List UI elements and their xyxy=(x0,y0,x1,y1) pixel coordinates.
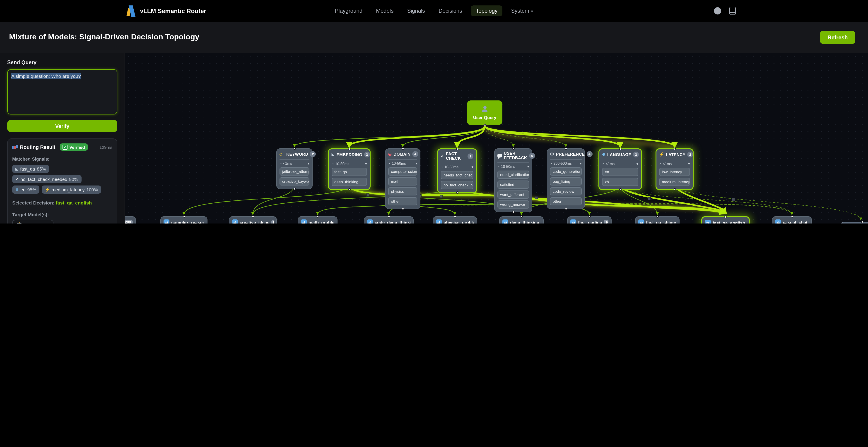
decision-name: deep_thinking xyxy=(510,220,539,224)
signal-group-language[interactable]: LANGUAGE2<1msenzh xyxy=(598,148,642,190)
signal-name: en xyxy=(21,187,25,192)
signal-item[interactable]: other xyxy=(550,197,582,205)
routing-latency: 129ms xyxy=(99,144,112,149)
priority-badge: P160 xyxy=(271,220,274,224)
matched-signal-badge: en95% xyxy=(12,185,40,194)
signal-name: medium_latency xyxy=(52,187,85,192)
latency-value: <1ms xyxy=(663,162,672,166)
app: vLLM Semantic Router PlaygroundModelsSig… xyxy=(0,0,868,224)
chevron-down-icon xyxy=(415,162,417,166)
verify-button[interactable]: Verify xyxy=(7,120,117,132)
priority-badge: P200 xyxy=(125,220,133,224)
signal-item[interactable]: medium_latency xyxy=(659,178,690,186)
decision-physics_problems[interactable]: physics_problemsP145AND1 rulesdomain: ph… xyxy=(433,216,477,224)
signal-count-badge: 4 xyxy=(586,151,592,157)
matched-signals-label: Matched Signals: xyxy=(12,157,112,162)
nav-item-system[interactable]: System xyxy=(506,5,538,16)
signal-item[interactable]: code_review xyxy=(550,187,582,196)
signal-item[interactable]: low_latency xyxy=(659,168,690,176)
decision-fast_qa_chinese[interactable]: fast_qa_chineseP130AND2 rulesembedding: … xyxy=(635,216,680,224)
resize-handle-icon[interactable] xyxy=(111,108,115,112)
page-title: Mixture of Models: Signal-Driven Decisio… xyxy=(9,33,199,42)
signal-item[interactable]: needs_fact_check xyxy=(441,171,473,179)
chevron-down-icon xyxy=(365,162,367,166)
divider xyxy=(497,163,529,163)
signal-item[interactable]: physics xyxy=(388,187,417,196)
decision-casual_chat[interactable]: casual_chatP100OR6 rulesdomain: mathdoma… xyxy=(772,216,812,224)
signal-latency-row[interactable]: 10-50ms xyxy=(497,165,529,169)
signal-item[interactable]: wrong_answer xyxy=(497,200,529,209)
signal-latency-row[interactable]: 10-50ms xyxy=(332,162,367,166)
decision-code_deep_thinking[interactable]: code_deep_thinkingP145AND2 rulesdomain: … xyxy=(364,216,413,224)
github-icon[interactable] xyxy=(714,7,721,14)
signal-latency-row[interactable]: 10-50ms xyxy=(441,165,473,169)
signal-latency-row[interactable]: 200-500ms xyxy=(550,162,582,166)
divider xyxy=(441,163,473,163)
chevron-down-icon xyxy=(580,162,582,166)
decision-header: physics_problemsP145 xyxy=(436,219,474,224)
signal-item[interactable]: want_different xyxy=(497,191,529,199)
decision-guardrails[interactable]: guardrailsP200AND1 ruleskeyword: jailbre… xyxy=(125,216,136,224)
shuffle-icon xyxy=(232,219,238,224)
signal-item[interactable]: need_clarification xyxy=(497,171,529,179)
signal-group-latency[interactable]: LATENCY2<1mslow_latencymedium_latency xyxy=(655,148,693,190)
signal-group-keyword[interactable]: KEYWORD2<1msjailbreak_attemptcreative_ke… xyxy=(276,148,313,189)
decision-name: fast_qa_chinese xyxy=(646,220,676,224)
decision-name: physics_problems xyxy=(443,220,474,224)
nav-item-models[interactable]: Models xyxy=(371,5,398,16)
shuffle-icon xyxy=(775,219,781,224)
signal-item[interactable]: deep_thinking xyxy=(332,178,367,186)
signal-name: LANGUAGE xyxy=(607,152,631,157)
decision-complex_reasoning[interactable]: complex_reasoningP180AND2 rulesembedding… xyxy=(160,216,208,224)
nav-item-decisions[interactable]: Decisions xyxy=(434,5,467,16)
decision-header: fast_codingP135 xyxy=(570,219,609,224)
signal-item[interactable]: creative_keywords xyxy=(280,177,309,185)
docs-icon[interactable] xyxy=(730,7,736,15)
nav-item-topology[interactable]: Topology xyxy=(471,5,502,16)
signal-latency-row[interactable]: <1ms xyxy=(602,162,638,166)
matched-signal-badge: fast_qa85% xyxy=(12,165,49,173)
decision-fast_coding[interactable]: fast_codingP135AND2 rulesdomain: compute… xyxy=(567,216,612,224)
signal-item[interactable]: jailbreak_attempt xyxy=(280,167,309,176)
signal-item[interactable]: other xyxy=(388,197,417,205)
nav-item-playground[interactable]: Playground xyxy=(330,5,367,16)
signal-latency-row[interactable]: <1ms xyxy=(659,162,690,166)
signal-group-preference[interactable]: PREFERENCE4200-500mscode_generationbug_f… xyxy=(547,148,585,209)
query-textarea[interactable]: A simple question: Who are you? xyxy=(7,69,117,114)
signal-group-embedding[interactable]: EMBEDDING210-50msfast_qadeep_thinking xyxy=(328,148,371,190)
refresh-button[interactable]: Refresh xyxy=(820,31,855,44)
signal-item[interactable]: math xyxy=(388,177,417,185)
decision-fast_qa_english[interactable]: fast_qa_englishP120AND2 rulesembedding: … xyxy=(701,216,750,224)
default-route-node[interactable]: Default RouteFALLBACK→ openai/gpt-oss-..… xyxy=(840,222,868,224)
signal-item[interactable]: en xyxy=(602,168,638,176)
nav-item-signals[interactable]: Signals xyxy=(402,5,430,16)
signal-header: FACT CHECK2 xyxy=(441,151,473,161)
topology-canvas[interactable]: User QueryKEYWORD2<1msjailbreak_attemptc… xyxy=(125,54,868,224)
user-query-node[interactable]: User Query xyxy=(467,100,502,125)
signal-item[interactable]: no_fact_check_needed xyxy=(441,181,473,189)
signal-confidence: 100% xyxy=(86,187,98,192)
decision-math_problems[interactable]: math_problemsP150AND1 rulesdomain: math2… xyxy=(298,216,338,224)
priority-badge: P135 xyxy=(604,220,609,224)
decision-header: deep_thinkingP140 xyxy=(502,219,540,224)
decision-header: complex_reasoningP180 xyxy=(163,219,204,224)
signal-item[interactable]: code_generation xyxy=(550,167,582,176)
signal-item[interactable]: zh xyxy=(602,178,638,186)
shuffle-icon xyxy=(705,220,711,224)
decision-deep_thinking[interactable]: deep_thinkingP140AND2 rulesembedding: de… xyxy=(499,216,544,224)
decision-creative_ideas[interactable]: creative_ideasP160AND2 ruleskeyword: cre… xyxy=(229,216,277,224)
signal-group-fact-check[interactable]: FACT CHECK210-50msneeds_fact_checkno_fac… xyxy=(437,148,477,193)
signal-item[interactable]: satisfied xyxy=(497,180,529,189)
check-icon xyxy=(441,154,444,158)
signal-count-badge: 2 xyxy=(633,151,639,158)
lightning-icon xyxy=(45,188,50,192)
signal-item[interactable]: computer science xyxy=(388,167,417,176)
signal-item[interactable]: bug_fixing xyxy=(550,177,582,185)
shuffle-icon xyxy=(301,219,307,224)
signal-group-user-feedback[interactable]: USER FEEDBACK410-50msneed_clarifications… xyxy=(494,148,532,212)
signal-latency-row[interactable]: 10-50ms xyxy=(388,162,417,166)
signal-item[interactable]: fast_qa xyxy=(332,168,367,176)
decision-header: math_problemsP150 xyxy=(301,219,334,224)
signal-latency-row[interactable]: <1ms xyxy=(280,162,309,166)
signal-group-domain[interactable]: DOMAIN410-50mscomputer sciencemathphysic… xyxy=(385,148,421,209)
